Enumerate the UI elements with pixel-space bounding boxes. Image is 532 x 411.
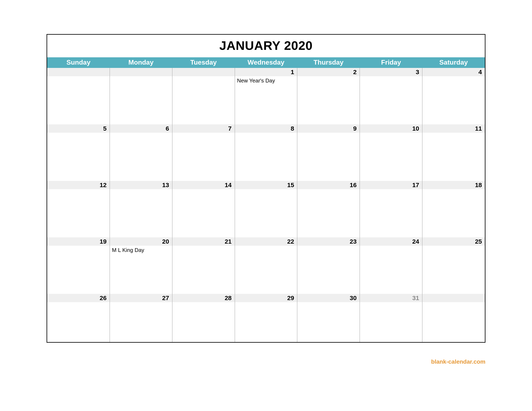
day-cell: 3	[360, 68, 422, 124]
day-number	[422, 294, 485, 302]
day-cell: 25	[422, 237, 485, 294]
day-event	[172, 189, 235, 237]
day-cell: 21	[172, 237, 235, 294]
day-cell: 13	[110, 181, 172, 237]
day-cell	[422, 294, 485, 342]
day-cell: 26	[47, 294, 110, 342]
day-number: 16	[297, 181, 360, 189]
day-event	[172, 302, 235, 342]
day-number: 2	[297, 68, 360, 76]
day-number: 31	[360, 294, 422, 302]
day-number: 23	[297, 237, 360, 246]
day-number: 3	[360, 68, 422, 76]
day-event	[47, 189, 110, 237]
day-number: 10	[360, 124, 422, 133]
weekday-header: Tuesday	[172, 57, 235, 68]
day-event	[47, 133, 110, 181]
day-event	[297, 76, 360, 124]
day-event	[172, 133, 235, 181]
day-event	[172, 246, 235, 294]
day-event	[172, 76, 235, 124]
day-cell	[110, 68, 172, 124]
calendar-container: JANUARY 2020 Sunday Monday Tuesday Wedne…	[47, 34, 485, 343]
day-cell: 17	[360, 181, 422, 237]
day-number	[172, 68, 235, 76]
weekday-header: Friday	[360, 57, 422, 68]
week-row: 19 20M L King Day 21 22 23 24 25	[47, 237, 485, 294]
day-cell	[172, 68, 235, 124]
day-number: 1	[235, 68, 297, 76]
day-number: 22	[235, 237, 297, 246]
day-event: New Year's Day	[235, 76, 297, 124]
day-event	[110, 133, 172, 181]
day-cell: 15	[235, 181, 297, 237]
day-event	[422, 246, 485, 294]
day-number: 19	[47, 237, 110, 246]
day-cell: 10	[360, 124, 422, 181]
day-number: 25	[422, 237, 485, 246]
day-cell: 18	[422, 181, 485, 237]
week-row: 5 6 7 8 9 10 11	[47, 124, 485, 181]
day-cell: 30	[297, 294, 360, 342]
day-cell: 12	[47, 181, 110, 237]
weekday-header: Wednesday	[235, 57, 297, 68]
day-event	[235, 189, 297, 237]
day-cell: 4	[422, 68, 485, 124]
day-cell: 1New Year's Day	[235, 68, 297, 124]
weekday-header: Saturday	[422, 57, 485, 68]
day-number: 29	[235, 294, 297, 302]
day-event	[235, 302, 297, 342]
credit-text: blank-calendar.com	[431, 358, 485, 365]
day-number: 6	[110, 124, 172, 133]
day-cell: 22	[235, 237, 297, 294]
day-cell: 23	[297, 237, 360, 294]
day-cell: 28	[172, 294, 235, 342]
day-number: 12	[47, 181, 110, 189]
day-number: 9	[297, 124, 360, 133]
day-event	[235, 246, 297, 294]
day-number: 4	[422, 68, 485, 76]
day-cell: 2	[297, 68, 360, 124]
day-event	[47, 76, 110, 124]
day-event	[422, 133, 485, 181]
day-event	[110, 76, 172, 124]
day-cell: 8	[235, 124, 297, 181]
day-event: M L King Day	[110, 246, 172, 294]
day-number: 26	[47, 294, 110, 302]
day-event	[360, 302, 422, 342]
day-event	[47, 302, 110, 342]
day-cell: 29	[235, 294, 297, 342]
day-number: 13	[110, 181, 172, 189]
day-number: 17	[360, 181, 422, 189]
day-number: 24	[360, 237, 422, 246]
day-event	[360, 133, 422, 181]
day-cell: 20M L King Day	[110, 237, 172, 294]
day-number	[47, 68, 110, 76]
day-cell: 7	[172, 124, 235, 181]
day-event	[297, 246, 360, 294]
day-number: 7	[172, 124, 235, 133]
day-cell	[47, 68, 110, 124]
day-number	[110, 68, 172, 76]
day-number: 18	[422, 181, 485, 189]
day-event	[110, 302, 172, 342]
day-event	[297, 133, 360, 181]
day-cell: 19	[47, 237, 110, 294]
day-cell: 24	[360, 237, 422, 294]
day-cell: 14	[172, 181, 235, 237]
day-number: 11	[422, 124, 485, 133]
day-event	[422, 76, 485, 124]
day-number: 8	[235, 124, 297, 133]
weekday-header: Sunday	[47, 57, 110, 68]
day-cell: 16	[297, 181, 360, 237]
weekday-header-row: Sunday Monday Tuesday Wednesday Thursday…	[47, 57, 485, 68]
day-cell: 11	[422, 124, 485, 181]
week-row: 26 27 28 29 30 31	[47, 294, 485, 342]
day-cell: 31	[360, 294, 422, 342]
day-event	[360, 189, 422, 237]
weekday-header: Monday	[110, 57, 172, 68]
day-event	[297, 189, 360, 237]
calendar-title: JANUARY 2020	[47, 35, 485, 57]
week-row: 1New Year's Day 2 3 4	[47, 68, 485, 124]
day-number: 20	[110, 237, 172, 246]
